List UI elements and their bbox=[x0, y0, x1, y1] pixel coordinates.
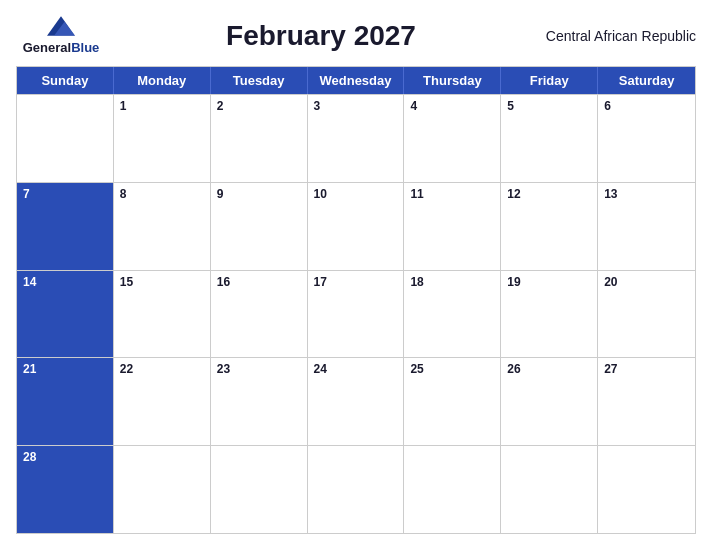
week-row-2: 14151617181920 bbox=[17, 270, 695, 358]
day-number: 8 bbox=[120, 187, 204, 201]
day-number: 2 bbox=[217, 99, 301, 113]
day-cell: 17 bbox=[308, 271, 405, 358]
day-cell: 1 bbox=[114, 95, 211, 182]
day-cell bbox=[404, 446, 501, 533]
day-number: 10 bbox=[314, 187, 398, 201]
day-header-wednesday: Wednesday bbox=[308, 67, 405, 94]
day-cell bbox=[308, 446, 405, 533]
week-row-1: 78910111213 bbox=[17, 182, 695, 270]
day-cell: 7 bbox=[17, 183, 114, 270]
day-number: 23 bbox=[217, 362, 301, 376]
day-number: 7 bbox=[23, 187, 107, 201]
day-cell: 21 bbox=[17, 358, 114, 445]
day-cell: 12 bbox=[501, 183, 598, 270]
day-number: 19 bbox=[507, 275, 591, 289]
day-cell bbox=[17, 95, 114, 182]
day-number: 15 bbox=[120, 275, 204, 289]
day-cell: 19 bbox=[501, 271, 598, 358]
day-header-saturday: Saturday bbox=[598, 67, 695, 94]
day-header-friday: Friday bbox=[501, 67, 598, 94]
logo-icon bbox=[47, 16, 75, 36]
day-cell: 4 bbox=[404, 95, 501, 182]
day-number: 24 bbox=[314, 362, 398, 376]
day-cell: 8 bbox=[114, 183, 211, 270]
day-number: 12 bbox=[507, 187, 591, 201]
day-number: 13 bbox=[604, 187, 689, 201]
day-cell bbox=[211, 446, 308, 533]
day-number: 18 bbox=[410, 275, 494, 289]
day-number: 16 bbox=[217, 275, 301, 289]
day-header-monday: Monday bbox=[114, 67, 211, 94]
day-cell: 26 bbox=[501, 358, 598, 445]
day-cell: 5 bbox=[501, 95, 598, 182]
day-header-tuesday: Tuesday bbox=[211, 67, 308, 94]
day-cell: 11 bbox=[404, 183, 501, 270]
day-cell: 3 bbox=[308, 95, 405, 182]
week-row-3: 21222324252627 bbox=[17, 357, 695, 445]
day-number: 17 bbox=[314, 275, 398, 289]
day-cell: 18 bbox=[404, 271, 501, 358]
week-row-0: 123456 bbox=[17, 94, 695, 182]
logo: GeneralBlue bbox=[16, 16, 106, 56]
day-header-sunday: Sunday bbox=[17, 67, 114, 94]
logo-general-text: General bbox=[23, 40, 71, 55]
day-number: 25 bbox=[410, 362, 494, 376]
calendar-header: GeneralBlue February 2027 Central Africa… bbox=[16, 16, 696, 56]
day-number: 21 bbox=[23, 362, 107, 376]
day-cell: 9 bbox=[211, 183, 308, 270]
day-number: 22 bbox=[120, 362, 204, 376]
month-title: February 2027 bbox=[106, 20, 536, 52]
week-row-4: 28 bbox=[17, 445, 695, 533]
day-number: 27 bbox=[604, 362, 689, 376]
day-number: 26 bbox=[507, 362, 591, 376]
day-cell: 10 bbox=[308, 183, 405, 270]
weeks: 1234567891011121314151617181920212223242… bbox=[17, 94, 695, 533]
day-cell: 15 bbox=[114, 271, 211, 358]
day-cell: 23 bbox=[211, 358, 308, 445]
day-number: 3 bbox=[314, 99, 398, 113]
day-number: 28 bbox=[23, 450, 107, 464]
day-header-thursday: Thursday bbox=[404, 67, 501, 94]
day-number: 14 bbox=[23, 275, 107, 289]
day-cell: 14 bbox=[17, 271, 114, 358]
logo-blue-text: Blue bbox=[71, 40, 99, 55]
day-number: 6 bbox=[604, 99, 689, 113]
day-headers: SundayMondayTuesdayWednesdayThursdayFrid… bbox=[17, 67, 695, 94]
day-cell: 24 bbox=[308, 358, 405, 445]
day-cell bbox=[114, 446, 211, 533]
day-number: 9 bbox=[217, 187, 301, 201]
day-cell: 25 bbox=[404, 358, 501, 445]
day-cell: 16 bbox=[211, 271, 308, 358]
day-cell: 22 bbox=[114, 358, 211, 445]
day-cell: 20 bbox=[598, 271, 695, 358]
day-number: 4 bbox=[410, 99, 494, 113]
day-cell bbox=[598, 446, 695, 533]
day-cell bbox=[501, 446, 598, 533]
day-cell: 13 bbox=[598, 183, 695, 270]
day-cell: 2 bbox=[211, 95, 308, 182]
day-cell: 28 bbox=[17, 446, 114, 533]
day-number: 5 bbox=[507, 99, 591, 113]
day-number: 1 bbox=[120, 99, 204, 113]
day-number: 20 bbox=[604, 275, 689, 289]
calendar: SundayMondayTuesdayWednesdayThursdayFrid… bbox=[16, 66, 696, 534]
day-cell: 6 bbox=[598, 95, 695, 182]
country-name: Central African Republic bbox=[536, 28, 696, 44]
day-number: 11 bbox=[410, 187, 494, 201]
day-cell: 27 bbox=[598, 358, 695, 445]
